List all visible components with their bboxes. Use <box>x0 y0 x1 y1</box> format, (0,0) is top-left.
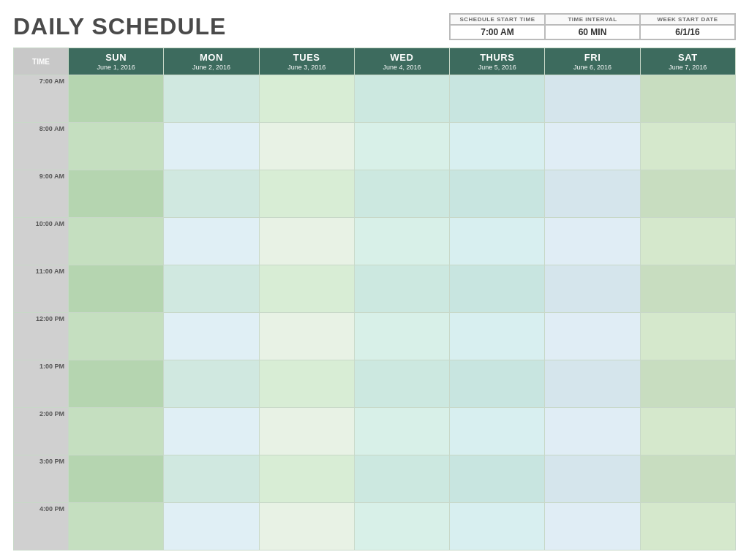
mon-column-header: MON June 2, 2016 <box>164 48 259 75</box>
schedule-cell[interactable] <box>450 455 545 503</box>
schedule-cell[interactable] <box>640 408 735 455</box>
schedule-cell[interactable] <box>354 123 449 170</box>
schedule-cell[interactable] <box>69 123 164 170</box>
week-start-date-label: WEEK START DATE <box>640 14 735 25</box>
schedule-cell[interactable] <box>640 265 735 313</box>
schedule-cell[interactable] <box>164 75 259 123</box>
schedule-cell[interactable] <box>640 75 735 123</box>
schedule-cell[interactable] <box>354 75 449 123</box>
time-cell: 8:00 AM <box>14 123 69 170</box>
schedule-cell[interactable] <box>354 170 449 218</box>
schedule-cell[interactable] <box>545 455 640 503</box>
page-title: DAILY SCHEDULE <box>13 13 226 40</box>
sat-name: SAT <box>644 52 732 63</box>
schedule-cell[interactable] <box>545 170 640 218</box>
time-cell: 1:00 PM <box>14 360 69 408</box>
schedule-cell[interactable] <box>259 75 354 123</box>
schedule-cell[interactable] <box>69 265 164 313</box>
schedule-cell[interactable] <box>164 503 259 550</box>
schedule-cell[interactable] <box>640 503 735 550</box>
schedule-cell[interactable] <box>354 313 449 360</box>
schedule-cell[interactable] <box>164 408 259 455</box>
schedule-cell[interactable] <box>164 170 259 218</box>
fri-name: FRI <box>548 52 636 63</box>
schedule-cell[interactable] <box>69 408 164 455</box>
meta-values-row: 7:00 AM 60 MIN 6/1/16 <box>450 25 735 39</box>
table-row: 9:00 AM <box>14 170 736 218</box>
schedule-cell[interactable] <box>164 455 259 503</box>
thurs-name: THURS <box>453 52 541 63</box>
schedule-cell[interactable] <box>354 360 449 408</box>
schedule-cell[interactable] <box>259 455 354 503</box>
schedule-table: TIME SUN June 1, 2016 MON June 2, 2016 T… <box>13 48 736 550</box>
schedule-cell[interactable] <box>354 408 449 455</box>
schedule-cell[interactable] <box>259 218 354 265</box>
schedule-cell[interactable] <box>450 313 545 360</box>
time-cell: 7:00 AM <box>14 75 69 123</box>
mon-name: MON <box>167 52 255 63</box>
schedule-cell[interactable] <box>69 360 164 408</box>
schedule-cell[interactable] <box>545 218 640 265</box>
schedule-cell[interactable] <box>545 313 640 360</box>
schedule-cell[interactable] <box>450 360 545 408</box>
sat-column-header: SAT June 7, 2016 <box>640 48 735 75</box>
schedule-cell[interactable] <box>640 455 735 503</box>
schedule-cell[interactable] <box>354 218 449 265</box>
table-row: 2:00 PM <box>14 408 736 455</box>
schedule-cell[interactable] <box>354 265 449 313</box>
schedule-cell[interactable] <box>545 503 640 550</box>
schedule-cell[interactable] <box>69 170 164 218</box>
schedule-cell[interactable] <box>164 218 259 265</box>
schedule-cell[interactable] <box>69 313 164 360</box>
schedule-cell[interactable] <box>450 218 545 265</box>
thurs-date: June 5, 2016 <box>453 64 541 71</box>
schedule-cell[interactable] <box>640 313 735 360</box>
schedule-cell[interactable] <box>259 123 354 170</box>
tues-date: June 3, 2016 <box>263 64 351 71</box>
schedule-cell[interactable] <box>640 123 735 170</box>
schedule-cell[interactable] <box>259 170 354 218</box>
fri-date: June 6, 2016 <box>548 64 636 71</box>
schedule-cell[interactable] <box>545 75 640 123</box>
schedule-cell[interactable] <box>259 408 354 455</box>
table-row: 12:00 PM <box>14 313 736 360</box>
schedule-cell[interactable] <box>450 75 545 123</box>
schedule-cell[interactable] <box>164 313 259 360</box>
schedule-cell[interactable] <box>69 75 164 123</box>
schedule-cell[interactable] <box>640 360 735 408</box>
sun-column-header: SUN June 1, 2016 <box>69 48 164 75</box>
schedule-cell[interactable] <box>545 408 640 455</box>
schedule-cell[interactable] <box>354 503 449 550</box>
schedule-cell[interactable] <box>640 170 735 218</box>
sat-date: June 7, 2016 <box>644 64 732 71</box>
schedule-cell[interactable] <box>164 123 259 170</box>
table-row: 7:00 AM <box>14 75 736 123</box>
time-cell: 12:00 PM <box>14 313 69 360</box>
schedule-cell[interactable] <box>354 455 449 503</box>
page: { "header": { "title": "DAILY SCHEDULE",… <box>0 0 749 560</box>
schedule-cell[interactable] <box>259 313 354 360</box>
schedule-cell[interactable] <box>450 123 545 170</box>
table-row: 11:00 AM <box>14 265 736 313</box>
schedule-cell[interactable] <box>450 265 545 313</box>
schedule-cell[interactable] <box>259 265 354 313</box>
schedule-cell[interactable] <box>69 218 164 265</box>
meta-labels-row: SCHEDULE START TIME TIME INTERVAL WEEK S… <box>450 14 735 25</box>
schedule-cell[interactable] <box>545 360 640 408</box>
schedule-cell[interactable] <box>164 265 259 313</box>
schedule-cell[interactable] <box>69 455 164 503</box>
table-row: 8:00 AM <box>14 123 736 170</box>
schedule-cell[interactable] <box>450 503 545 550</box>
schedule-cell[interactable] <box>545 123 640 170</box>
mon-date: June 2, 2016 <box>167 64 255 71</box>
schedule-cell[interactable] <box>640 218 735 265</box>
schedule-cell[interactable] <box>545 265 640 313</box>
schedule-cell[interactable] <box>259 503 354 550</box>
schedule-cell[interactable] <box>69 503 164 550</box>
time-cell: 9:00 AM <box>14 170 69 218</box>
schedule-cell[interactable] <box>450 170 545 218</box>
time-column-header: TIME <box>14 48 69 75</box>
schedule-cell[interactable] <box>450 408 545 455</box>
schedule-cell[interactable] <box>164 360 259 408</box>
schedule-cell[interactable] <box>259 360 354 408</box>
